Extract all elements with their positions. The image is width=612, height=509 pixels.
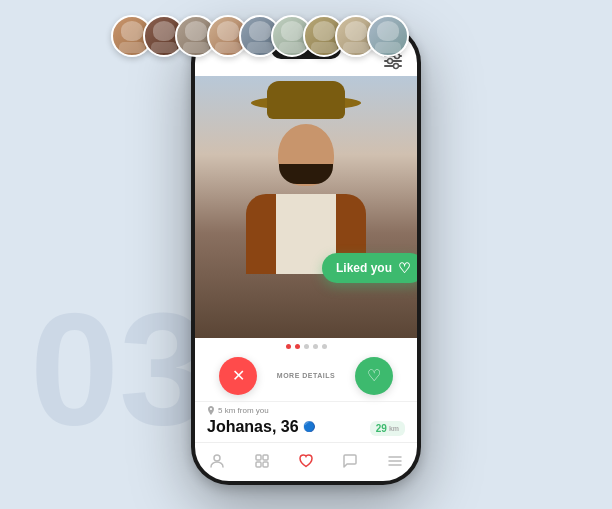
- nav-heart[interactable]: [296, 451, 316, 471]
- profile-info: 5 km from you Johanas, 36 🔵 29 km: [195, 401, 417, 442]
- nav-profile[interactable]: [207, 451, 227, 471]
- hat-crown: [267, 81, 345, 119]
- distance-text: 5 km from you: [218, 406, 269, 415]
- dot-4: [313, 344, 318, 349]
- svg-point-4: [388, 58, 393, 63]
- dot-2: [295, 344, 300, 349]
- dot-1: [286, 344, 291, 349]
- bottom-nav: [195, 442, 417, 481]
- background-number: 03: [30, 289, 208, 449]
- like-button[interactable]: ♡: [355, 357, 393, 395]
- svg-rect-8: [256, 455, 261, 460]
- profile-name: Johanas, 36: [207, 418, 299, 436]
- phone-screen: 9:41: [195, 29, 417, 481]
- age-badge: 29 km: [370, 421, 405, 436]
- action-row: ✕ MORE DETAILS ♡: [195, 353, 417, 401]
- verified-icon: 🔵: [303, 421, 315, 432]
- svg-point-7: [214, 455, 220, 461]
- dislike-button[interactable]: ✕: [219, 357, 257, 395]
- phone-frame: 9:41: [191, 25, 421, 485]
- location-icon: [207, 406, 215, 416]
- more-details-label[interactable]: MORE DETAILS: [277, 372, 335, 379]
- scene-container: 9:41: [191, 25, 421, 485]
- liked-you-badge[interactable]: Liked you ♡: [322, 253, 417, 283]
- avatar-stack: [111, 15, 399, 57]
- nav-menu[interactable]: [385, 451, 405, 471]
- heart-icon: ♡: [398, 260, 411, 276]
- profile-image[interactable]: Liked you ♡: [195, 76, 417, 338]
- svg-rect-10: [256, 462, 261, 467]
- name-row: Johanas, 36 🔵 29 km: [207, 418, 405, 436]
- photo-dots: [195, 338, 417, 353]
- svg-point-6: [394, 63, 399, 68]
- person-photo: [195, 76, 417, 338]
- svg-rect-11: [263, 462, 268, 467]
- distance-row: 5 km from you: [207, 406, 405, 416]
- avatar-9[interactable]: [367, 15, 409, 57]
- age-value: 29: [376, 423, 387, 434]
- liked-you-text: Liked you: [336, 261, 392, 275]
- age-suffix: km: [389, 425, 399, 432]
- svg-rect-9: [263, 455, 268, 460]
- nav-search[interactable]: [252, 451, 272, 471]
- beard: [279, 164, 333, 184]
- dot-5: [322, 344, 327, 349]
- nav-chat[interactable]: [340, 451, 360, 471]
- dot-3: [304, 344, 309, 349]
